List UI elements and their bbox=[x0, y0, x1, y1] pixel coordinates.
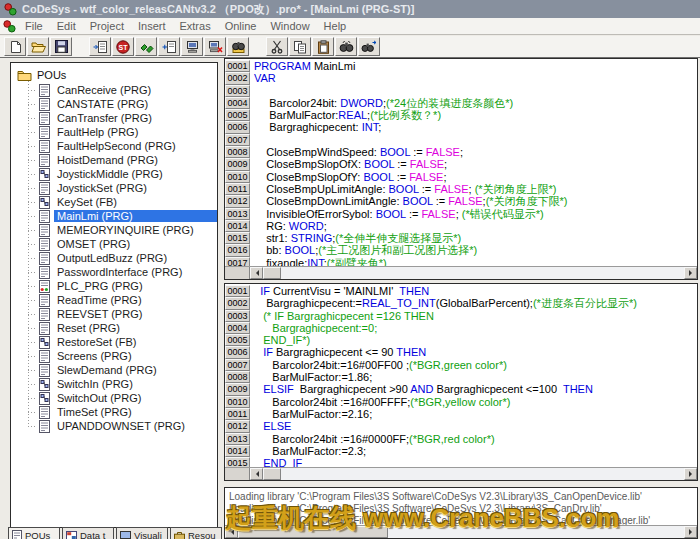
line-number: 0011 bbox=[225, 408, 250, 420]
st-editor-button[interactable]: ST bbox=[112, 37, 134, 56]
line-number: 0005 bbox=[225, 109, 250, 121]
pou-tree-item[interactable]: FaultHelpSecond (PRG) bbox=[11, 139, 217, 153]
pou-tree-root[interactable]: POUs bbox=[11, 63, 217, 83]
pou-tree-item[interactable]: Reset (PRG) bbox=[11, 321, 217, 335]
prg-pou-icon bbox=[39, 84, 50, 97]
code-text: CloseBmpSlopOfY: BOOL := FALSE; bbox=[250, 171, 447, 183]
scrollbar-track[interactable] bbox=[281, 267, 684, 279]
tab-label: Data t bbox=[80, 530, 105, 539]
pou-tree-item[interactable]: KeySet (FB) bbox=[11, 195, 217, 209]
pou-item-label: Reset (PRG) bbox=[54, 322, 217, 334]
pou-tree-item[interactable]: FaultHelp (PRG) bbox=[11, 125, 217, 139]
pou-tree-item[interactable]: MainLmi (PRG) bbox=[11, 209, 217, 223]
pou-tree-item[interactable]: CanReceive (PRG) bbox=[11, 83, 217, 97]
pou-tree-item[interactable]: PLC_PRG (PRG) bbox=[11, 279, 217, 293]
prg-pou-icon bbox=[39, 238, 50, 251]
code-line: 0011 CloseBmpUpLimitAngle: BOOL := FALSE… bbox=[225, 183, 697, 195]
pou-tree-item[interactable]: TimeSet (PRG) bbox=[11, 405, 217, 419]
cut-icon bbox=[271, 40, 283, 54]
scroll-right-button[interactable] bbox=[684, 468, 697, 480]
new-file-button[interactable] bbox=[4, 37, 26, 56]
code-line: 0008 BarMulFactor:=1.86; bbox=[225, 371, 697, 383]
tab-data-t[interactable]: Data t bbox=[62, 527, 114, 539]
menu-extras[interactable]: Extras bbox=[172, 19, 217, 33]
menu-help[interactable]: Help bbox=[317, 19, 354, 33]
implementation-horizontal-scrollbar[interactable] bbox=[225, 467, 697, 480]
tab-pous[interactable]: POUs bbox=[8, 527, 60, 539]
pou-tree-item[interactable]: HoistDemand (PRG) bbox=[11, 153, 217, 167]
scroll-right-button[interactable] bbox=[684, 526, 697, 538]
tab-label: Resou bbox=[188, 530, 215, 539]
menu-project[interactable]: Project bbox=[83, 19, 131, 33]
logout-button[interactable] bbox=[204, 37, 226, 56]
scroll-left-button[interactable] bbox=[250, 468, 263, 480]
pou-tree-item[interactable]: PasswordInterface (PRG) bbox=[11, 265, 217, 279]
scrollbar-thumb[interactable] bbox=[263, 267, 281, 279]
menu-window[interactable]: Window bbox=[263, 19, 316, 33]
data-tab-icon bbox=[66, 531, 77, 539]
scroll-right-button[interactable] bbox=[684, 267, 697, 279]
line-number: 0015 bbox=[225, 232, 250, 244]
code-text: CloseBmpUpLimitAngle: BOOL := FALSE; (*关… bbox=[250, 183, 557, 195]
pou-tree-item[interactable]: SlewDemand (PRG) bbox=[11, 363, 217, 377]
check-button[interactable] bbox=[135, 37, 157, 56]
tab-resou[interactable]: Resou bbox=[170, 527, 222, 539]
pou-item-label: PLC_PRG (PRG) bbox=[54, 280, 217, 292]
paste-button[interactable] bbox=[312, 37, 334, 56]
pou-tree-item[interactable]: REEVSET (PRG) bbox=[11, 307, 217, 321]
login-button[interactable] bbox=[181, 37, 203, 56]
fbd-pou-icon bbox=[39, 336, 50, 349]
fbd-pou-icon bbox=[39, 392, 50, 405]
document-system-menu-icon[interactable] bbox=[3, 20, 16, 33]
menu-edit[interactable]: Edit bbox=[50, 19, 83, 33]
menu-file[interactable]: File bbox=[18, 19, 50, 33]
menu-online[interactable]: Online bbox=[218, 19, 264, 33]
declaration-horizontal-scrollbar[interactable] bbox=[225, 266, 697, 279]
pou-tree-item[interactable]: ReadTime (PRG) bbox=[11, 293, 217, 307]
menu-insert[interactable]: Insert bbox=[131, 19, 173, 33]
pou-item-label: CANSTATE (PRG) bbox=[54, 98, 217, 110]
prg-pou-icon bbox=[39, 126, 50, 139]
pou-tree-item[interactable]: CANSTATE (PRG) bbox=[11, 97, 217, 111]
tab-visuali[interactable]: Visuali bbox=[116, 527, 168, 539]
new-pou-button[interactable] bbox=[89, 37, 111, 56]
pou-tree-item[interactable]: CanTransfer (PRG) bbox=[11, 111, 217, 125]
implementation-editor[interactable]: 0001 IF CurrentVisu = 'MAINLMI' THEN0002… bbox=[224, 283, 698, 481]
toolbar: ST bbox=[0, 36, 700, 58]
check-icon bbox=[139, 40, 154, 54]
pou-tree-item[interactable]: RestoreSet (FB) bbox=[11, 335, 217, 349]
pou-item-label: SwitchOut (PRG) bbox=[54, 392, 217, 404]
pou-tree-item[interactable]: OMSET (PRG) bbox=[11, 237, 217, 251]
save-button[interactable] bbox=[50, 37, 72, 56]
pou-tree-item[interactable]: MEMEORYINQUIRE (PRG) bbox=[11, 223, 217, 237]
line-number: 0008 bbox=[225, 146, 250, 158]
find-next-button[interactable] bbox=[358, 37, 380, 56]
cut-button[interactable] bbox=[266, 37, 288, 56]
pou-tree-item[interactable]: JoystickMiddle (PRG) bbox=[11, 167, 217, 181]
scrollbar-thumb[interactable] bbox=[263, 468, 281, 480]
pou-tree-item[interactable]: SwitchOut (PRG) bbox=[11, 391, 217, 405]
line-number: 0003 bbox=[225, 310, 250, 322]
pou-tree-item[interactable]: JoystickSet (PRG) bbox=[11, 181, 217, 195]
prg-pou-icon bbox=[39, 308, 50, 321]
pou-tree-panel[interactable]: POUs CanReceive (PRG)CANSTATE (PRG)CanTr… bbox=[10, 62, 218, 528]
pou-tree-item[interactable]: SwitchIn (PRG) bbox=[11, 377, 217, 391]
prg-pou-icon bbox=[39, 294, 50, 307]
open-project-button[interactable] bbox=[27, 37, 49, 56]
pou-tree-item[interactable]: Screens (PRG) bbox=[11, 349, 217, 363]
find-button[interactable] bbox=[335, 37, 357, 56]
prg-pou-icon bbox=[39, 364, 50, 377]
copy-button[interactable] bbox=[289, 37, 311, 56]
insert-declaration-button[interactable] bbox=[158, 37, 180, 56]
scrollbar-track[interactable] bbox=[281, 468, 684, 480]
window-title: CoDeSys - wtf_color_releasCANtv3.2 （PDO改… bbox=[22, 2, 414, 17]
line-number: 0010 bbox=[225, 171, 250, 183]
pou-tree-item[interactable]: OutputLedBuzz (PRG) bbox=[11, 251, 217, 265]
tab-label: Visuali bbox=[134, 530, 162, 539]
code-text: CloseBmpDownLimitAngle: BOOL := FALSE;(*… bbox=[250, 195, 568, 207]
pou-tree-item[interactable]: UPANDDOWNSET (PRG) bbox=[11, 419, 217, 433]
declaration-editor[interactable]: 0001PROGRAM MainLmi0002VAR00030004 Barco… bbox=[224, 58, 698, 280]
scroll-left-button[interactable] bbox=[250, 267, 263, 279]
search-project-button[interactable] bbox=[227, 37, 249, 56]
prg-pou-icon bbox=[39, 140, 50, 153]
